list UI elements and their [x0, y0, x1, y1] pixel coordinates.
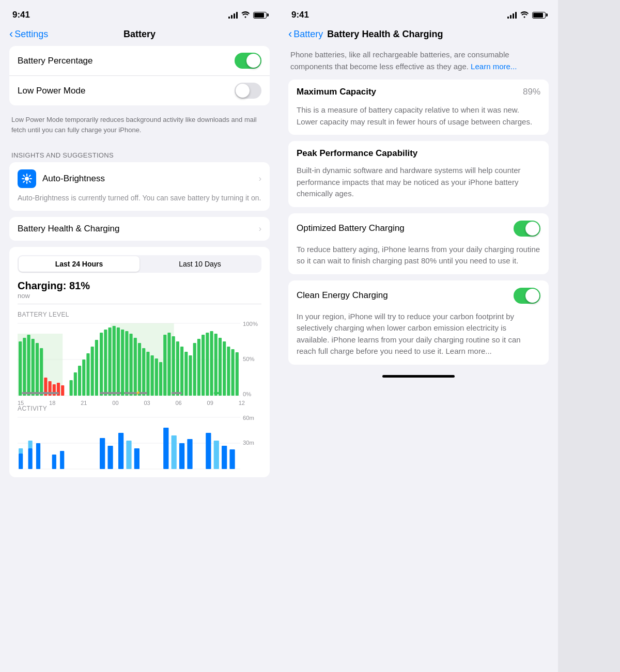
svg-rect-55 [197, 339, 200, 396]
time-segment-control[interactable]: Last 24 Hours Last 10 Days [18, 255, 261, 273]
svg-rect-51 [180, 347, 183, 396]
segment-24h[interactable]: Last 24 Hours [19, 256, 140, 272]
svg-rect-83 [28, 441, 33, 448]
svg-rect-31 [95, 340, 98, 396]
svg-rect-14 [19, 341, 22, 396]
svg-rect-33 [104, 330, 107, 396]
svg-rect-41 [138, 343, 141, 396]
activity-chart: 60m 30m [18, 417, 261, 469]
battery-percentage-toggle[interactable] [235, 53, 261, 69]
right-screen: 9:41 ‹ Battery B [279, 0, 558, 672]
low-power-toggle[interactable] [235, 83, 261, 99]
battery-health-chevron-icon: › [259, 224, 261, 233]
learn-more-link-top[interactable]: Learn more... [471, 62, 517, 71]
back-label-right[interactable]: Battery [293, 29, 323, 40]
svg-rect-78 [28, 448, 33, 469]
back-button-right[interactable]: ‹ Battery [288, 29, 323, 40]
svg-text:100%: 100% [243, 321, 258, 327]
battery-health-card[interactable]: Battery Health & Charging › [9, 217, 270, 241]
svg-rect-36 [117, 327, 120, 396]
svg-rect-82 [19, 448, 23, 454]
svg-rect-35 [113, 326, 116, 396]
svg-rect-28 [82, 360, 85, 396]
svg-rect-49 [172, 336, 175, 396]
optimized-charging-row: Optimized Battery Charging [288, 213, 549, 244]
max-capacity-label: Maximum Capacity [297, 87, 376, 97]
charging-info: Charging: 81% now [18, 280, 261, 300]
home-indicator [382, 375, 455, 378]
optimized-charging-toggle[interactable] [514, 221, 540, 237]
activity-label: ACTIVITY [18, 405, 261, 412]
svg-rect-26 [74, 372, 77, 396]
battery-icon [253, 12, 267, 19]
battery-health-label: Battery Health & Charging [18, 224, 120, 234]
svg-rect-47 [163, 335, 166, 396]
battery-toggles-card: Battery Percentage Low Power Mode [9, 46, 270, 105]
svg-rect-91 [179, 443, 184, 469]
back-chevron-icon-right: ‹ [288, 28, 292, 40]
peak-performance-desc: Built-in dynamic software and hardware s… [288, 165, 549, 207]
svg-rect-81 [60, 451, 64, 469]
signal-icon [228, 11, 238, 19]
svg-line-8 [23, 181, 24, 182]
svg-rect-56 [202, 335, 205, 396]
svg-rect-61 [223, 341, 226, 396]
svg-rect-58 [210, 331, 213, 396]
max-capacity-value: 89% [523, 87, 540, 97]
wifi-icon [241, 11, 250, 20]
svg-point-0 [25, 177, 29, 181]
svg-rect-50 [176, 341, 179, 396]
chart-x-labels: 15 18 21 00 03 06 09 12 [18, 400, 261, 406]
svg-rect-25 [70, 380, 73, 396]
svg-rect-32 [100, 333, 103, 396]
page-title-left: Battery [123, 29, 156, 40]
svg-rect-53 [189, 355, 192, 396]
optimized-charging-card: Optimized Battery Charging To reduce bat… [288, 213, 549, 274]
wifi-icon-right [520, 11, 529, 20]
svg-rect-15 [23, 338, 26, 396]
svg-rect-88 [134, 448, 140, 469]
status-icons-left [228, 11, 267, 20]
low-power-label: Low Power Mode [18, 86, 85, 96]
svg-rect-64 [236, 352, 239, 396]
svg-rect-62 [227, 347, 230, 396]
clean-energy-toggle[interactable] [514, 288, 540, 304]
svg-rect-59 [214, 334, 218, 396]
battery-level-chart: ⚡ 100% 50% 0% 15 18 21 00 03 06 09 [18, 323, 261, 396]
battery-percentage-row: Battery Percentage [9, 46, 270, 76]
svg-rect-19 [40, 348, 43, 396]
svg-rect-46 [159, 362, 162, 396]
learn-more-link-bottom[interactable]: Learn more... [446, 347, 492, 355]
optimized-charging-label: Optimized Battery Charging [297, 223, 405, 233]
battery-level-label: BATTERY LEVEL [18, 311, 261, 318]
content-right: Phone batteries, like all rechargeable b… [279, 46, 558, 378]
clean-energy-row: Clean Energy Charging [288, 280, 549, 311]
segment-10d[interactable]: Last 10 Days [140, 256, 260, 272]
nav-bar-left: ‹ Settings Battery [0, 25, 279, 46]
svg-rect-34 [108, 327, 111, 396]
svg-rect-30 [91, 347, 94, 396]
status-icons-right [507, 11, 546, 20]
battery-icon-right [532, 12, 546, 19]
svg-rect-84 [100, 438, 105, 469]
back-button-left[interactable]: ‹ Settings [9, 29, 48, 40]
time-right: 9:41 [291, 10, 309, 20]
clean-energy-card: Clean Energy Charging In your region, iP… [288, 280, 549, 365]
svg-line-5 [23, 175, 24, 176]
back-label-left[interactable]: Settings [14, 29, 48, 40]
content-left: Battery Percentage Low Power Mode Low Po… [0, 46, 279, 477]
nav-bar-right: ‹ Battery Battery Health & Charging [279, 25, 558, 46]
charging-percent: Charging: 81% [18, 280, 261, 292]
clean-energy-desc: In your region, iPhone will try to reduc… [288, 311, 549, 365]
svg-rect-96 [229, 449, 235, 469]
auto-brightness-desc: Auto-Brightness is currently turned off.… [18, 193, 261, 204]
svg-rect-86 [118, 433, 123, 469]
intro-text: Phone batteries, like all rechargeable b… [288, 46, 549, 80]
svg-rect-18 [36, 343, 39, 396]
svg-text:50%: 50% [243, 356, 255, 362]
battery-health-row[interactable]: Battery Health & Charging › [9, 217, 270, 241]
svg-rect-57 [206, 333, 209, 396]
auto-brightness-label: Auto-Brightness [42, 174, 105, 184]
svg-rect-80 [52, 455, 56, 469]
clean-energy-label: Clean Energy Charging [297, 290, 388, 301]
